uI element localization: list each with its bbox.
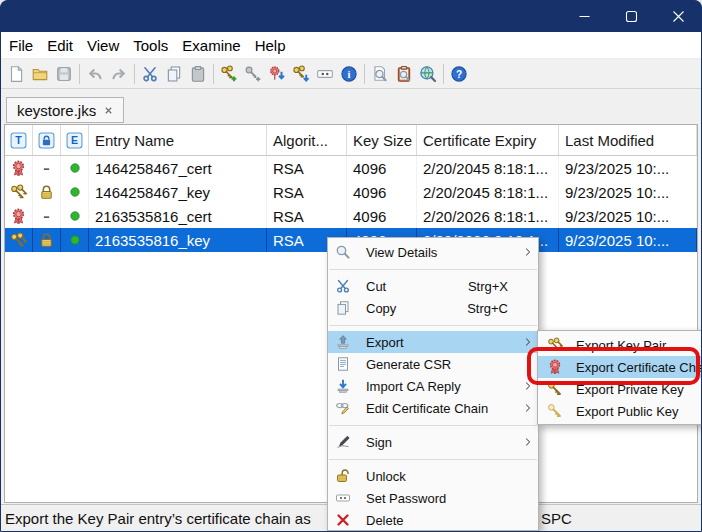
tab-close-icon[interactable] — [104, 106, 113, 115]
green-dot-icon — [69, 186, 81, 198]
set-password-button[interactable] — [313, 62, 337, 86]
certificate-expiry-cell: 2/20/2026 8:18:1... — [417, 204, 559, 228]
submenu-item-label: Export Private Key — [576, 382, 684, 397]
hdr-lock-icon — [38, 132, 55, 149]
table-header-row: TEEntry NameAlgorit...Key SizeCertificat… — [5, 125, 697, 156]
menu-item-label: View Details — [366, 245, 437, 260]
context-menu-item-import-ca-reply[interactable]: Import CA Reply — [328, 375, 538, 397]
column-header-algorit[interactable]: Algorit... — [267, 125, 347, 155]
column-header-hdr-type[interactable]: T — [5, 125, 33, 155]
cut-button[interactable] — [138, 62, 162, 86]
ribbon-icon — [10, 160, 27, 177]
green-dot-icon — [69, 210, 81, 222]
green-dot-icon — [69, 162, 81, 174]
menu-item-label: Unlock — [366, 469, 406, 484]
menu-help[interactable]: Help — [248, 34, 293, 57]
generate-secret-key-icon — [244, 65, 262, 83]
scissors-icon — [334, 278, 352, 294]
column-header-key-size[interactable]: Key Size — [347, 125, 417, 155]
generate-secret-key-button[interactable] — [241, 62, 265, 86]
properties-info-button[interactable]: i — [337, 62, 361, 86]
submenu-arrow-icon — [525, 437, 531, 447]
context-menu-item-export[interactable]: Export — [328, 331, 538, 353]
import-trusted-cert-button[interactable] — [265, 62, 289, 86]
undo-button[interactable] — [83, 62, 107, 86]
context-menu-item-view-details[interactable]: View Details — [328, 241, 538, 263]
entry-row-1464258467-key[interactable]: 1464258467_keyRSA40962/20/2045 8:18:1...… — [5, 180, 697, 204]
menu-separator — [328, 263, 538, 275]
open-file-button[interactable] — [28, 62, 52, 86]
menu-file[interactable]: File — [2, 34, 40, 57]
keystore-explorer-window: FileEditViewToolsExamineHelp i? keystore… — [0, 0, 702, 532]
new-file-icon — [7, 65, 25, 83]
menu-tools[interactable]: Tools — [126, 34, 175, 57]
magnifier-icon — [334, 244, 352, 260]
menu-examine[interactable]: Examine — [175, 34, 247, 57]
submenu-item-export-key-pair[interactable]: Export Key Pair — [538, 334, 702, 356]
context-menu-item-edit-certificate-chain[interactable]: Edit Certificate Chain — [328, 397, 538, 419]
submenu-item-export-public-key[interactable]: Export Public Key — [538, 400, 702, 422]
entry-row-2163535816-cert[interactable]: 2163535816_certRSA40962/20/2026 8:18:1..… — [5, 204, 697, 228]
minimize-button[interactable] — [561, 0, 608, 32]
entry-type-cell — [5, 228, 33, 252]
properties-info-icon: i — [340, 65, 358, 83]
context-menu-item-sign[interactable]: Sign — [328, 431, 538, 453]
entry-context-menu: View DetailsCutStrg+XCopyStrg+CExportGen… — [327, 237, 539, 531]
context-menu-item-set-password[interactable]: Set Password — [328, 487, 538, 509]
keypair-icon — [10, 232, 27, 249]
column-header-hdr-expiry[interactable]: E — [61, 125, 89, 155]
maximize-button[interactable] — [608, 0, 655, 32]
entry-row-1464258467-cert[interactable]: 1464258467_certRSA40962/20/2045 8:18:1..… — [5, 156, 697, 180]
submenu-arrow-icon — [525, 337, 531, 347]
redo-button[interactable] — [107, 62, 131, 86]
entry-lock-cell — [33, 180, 61, 204]
last-modified-cell: 9/23/2025 10:... — [559, 156, 697, 180]
tab-keystore-jks[interactable]: keystore.jks — [6, 97, 124, 123]
save-button[interactable] — [52, 62, 76, 86]
menu-edit[interactable]: Edit — [40, 34, 80, 57]
generate-keypair-icon — [220, 65, 238, 83]
context-menu-item-unlock[interactable]: Unlock — [328, 465, 538, 487]
context-menu-item-cut[interactable]: CutStrg+X — [328, 275, 538, 297]
toolbar-separator — [443, 64, 444, 84]
column-header-hdr-lock[interactable] — [33, 125, 61, 155]
copy-button[interactable] — [162, 62, 186, 86]
help-button[interactable]: ? — [447, 62, 471, 86]
import-keypair-button[interactable] — [289, 62, 313, 86]
hdr-expiry-icon: E — [66, 132, 83, 149]
sign-icon — [334, 434, 352, 450]
key-size-cell: 4096 — [347, 156, 417, 180]
export-icon — [334, 334, 352, 350]
entry-expiry-status-cell — [61, 228, 89, 252]
toolbar: i? — [0, 59, 702, 89]
column-header-certificate-expiry[interactable]: Certificate Expiry — [417, 125, 559, 155]
menu-item-label: Sign — [366, 435, 392, 450]
column-header-last-modified[interactable]: Last Modified — [559, 125, 697, 155]
entry-name-cell: 2163535816_cert — [89, 204, 267, 228]
entry-type-cell — [5, 156, 33, 180]
new-file-button[interactable] — [4, 62, 28, 86]
submenu-item-export-certificate-chain[interactable]: Export Certificate Chain — [538, 356, 702, 378]
entry-name-cell: 1464258467_cert — [89, 156, 267, 180]
keypair-icon — [546, 337, 564, 353]
context-menu-item-generate-csr[interactable]: Generate CSR — [328, 353, 538, 375]
toolbar-separator — [364, 64, 365, 84]
context-menu-item-delete[interactable]: Delete — [328, 509, 538, 531]
column-header-entry-name[interactable]: Entry Name — [89, 125, 267, 155]
examine-file-button[interactable] — [368, 62, 392, 86]
examine-ssl-button[interactable] — [416, 62, 440, 86]
menu-item-label: Import CA Reply — [366, 379, 461, 394]
paste-button[interactable] — [186, 62, 210, 86]
entry-type-cell — [5, 180, 33, 204]
entry-lock-cell — [33, 156, 61, 180]
examine-clipboard-button[interactable] — [392, 62, 416, 86]
algorithm-cell: RSA — [267, 156, 347, 180]
close-button[interactable] — [655, 0, 702, 32]
import-keypair-icon — [292, 65, 310, 83]
examine-ssl-icon — [419, 65, 437, 83]
menu-view[interactable]: View — [80, 34, 126, 57]
generate-keypair-button[interactable] — [217, 62, 241, 86]
unlock-icon — [334, 468, 352, 484]
submenu-item-export-private-key[interactable]: Export Private Key — [538, 378, 702, 400]
context-menu-item-copy[interactable]: CopyStrg+C — [328, 297, 538, 319]
